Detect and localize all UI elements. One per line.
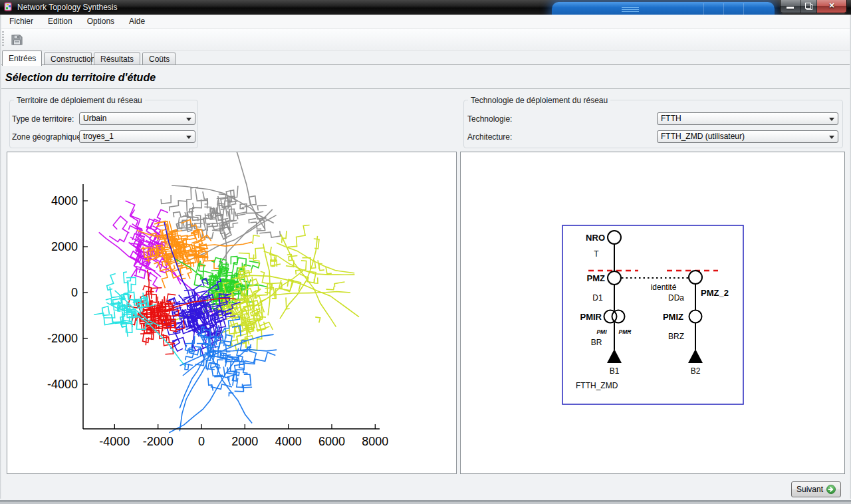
network-cluster-north-gray: [174, 212, 186, 217]
d1-label: D1: [592, 293, 603, 303]
y-tick-label: 2000: [51, 240, 78, 253]
application-icon: [3, 2, 14, 13]
network-cluster-far-west-cyan: [107, 274, 116, 291]
dda-label: DDa: [668, 293, 684, 303]
menu-edition[interactable]: Edition: [41, 15, 80, 27]
architecture-diagram-panel: NRO T PMZ identité PMZ_2 D1 DDa PMIR PMI…: [460, 152, 845, 474]
next-arrow-icon: [826, 485, 836, 494]
network-cluster-north-gray: [161, 195, 171, 203]
x-tick-label: 0: [198, 435, 205, 448]
network-cluster-west-magenta: [156, 209, 168, 230]
network-cluster-south-blue: [227, 360, 243, 386]
brz-label: BRZ: [668, 332, 684, 341]
chevron-down-icon: [186, 136, 191, 139]
pmz-node: [608, 271, 621, 285]
y-tick-label: 0: [71, 286, 78, 299]
restore-icon: [805, 3, 811, 9]
network-cluster-north-gray: [170, 201, 187, 211]
architecture-select[interactable]: FTTH_ZMD (utilisateur): [657, 130, 838, 143]
application-window: { "window": { "title": "Network Topology…: [0, 0, 851, 504]
menu-options[interactable]: Options: [80, 15, 122, 27]
architecture-value: FTTH_ZMD (utilisateur): [661, 132, 745, 141]
territory-type-value: Urbain: [83, 114, 106, 123]
window-controls: ✕: [780, 0, 847, 13]
minimize-icon: [787, 7, 794, 9]
window-title: Network Topology Synthesis: [17, 3, 118, 12]
tab-construction[interactable]: Construction: [44, 53, 92, 64]
chevron-down-icon: [829, 118, 834, 121]
network-cluster-north-gray: [257, 205, 267, 210]
territory-map-panel: -4000-200002000400060008000-4000-2000020…: [7, 152, 457, 474]
network-cluster-north-gray: [207, 225, 210, 231]
tab-couts[interactable]: Coûts: [142, 53, 176, 64]
br-label: BR: [591, 338, 602, 347]
x-tick-label: 8000: [362, 435, 388, 448]
chevron-down-icon: [186, 118, 191, 121]
network-cluster-east-lime-sparse: [239, 248, 265, 259]
network-cluster-west-magenta: [109, 233, 128, 242]
network-cluster-center-indigo: [173, 340, 183, 352]
territory-map-plot: -4000-200002000400060008000-4000-2000020…: [7, 152, 456, 473]
network-cluster-south-blue: [224, 334, 233, 346]
network-cluster-east-lime-sparse: [277, 243, 354, 273]
menu-fichier[interactable]: Fichier: [2, 15, 41, 27]
heading-divider: [1, 88, 850, 89]
pmi-sublabel: PMI: [596, 328, 607, 335]
geo-zone-value: troyes_1: [83, 132, 114, 141]
network-cluster-north-gray: [259, 231, 280, 237]
nro-label: NRO: [586, 233, 605, 243]
y-tick-label: -4000: [47, 378, 78, 391]
pmz2-label: PMZ_2: [701, 288, 729, 298]
diagram-caption: FTTH_ZMD: [576, 381, 618, 390]
t-label: T: [594, 249, 599, 259]
pmiz-node: [689, 311, 702, 323]
network-cluster-far-west-cyan: [110, 287, 119, 297]
nro-node: [608, 231, 621, 244]
geo-zone-label: Zone géographique:: [12, 132, 83, 142]
save-button[interactable]: [8, 31, 25, 48]
network-cluster-east-lime-sparse: [280, 236, 318, 318]
technology-select[interactable]: FTTH: [657, 112, 838, 125]
menu-bar: Fichier Edition Options Aide: [0, 15, 851, 29]
network-cluster-west-magenta: [113, 216, 129, 233]
next-button[interactable]: Suivant: [791, 481, 841, 497]
network-cluster-west-magenta: [126, 201, 143, 231]
toolbar: [0, 29, 851, 51]
menu-aide[interactable]: Aide: [122, 15, 152, 27]
close-icon: ✕: [817, 1, 846, 10]
network-cluster-east-lime-sparse: [263, 244, 271, 316]
page-title: Sélection du territoire d'étude: [5, 72, 156, 84]
network-cluster-east-lime-sparse: [334, 282, 344, 287]
x-tick-label: 4000: [275, 435, 302, 448]
close-button[interactable]: ✕: [817, 0, 846, 13]
grip-dots-icon: [622, 7, 639, 13]
b2-label: B2: [691, 366, 701, 376]
architecture-diagram: NRO T PMZ identité PMZ_2 D1 DDa PMIR PMI…: [461, 152, 844, 473]
tab-entrees[interactable]: Entrées: [2, 51, 42, 66]
title-bar: Network Topology Synthesis ✕: [0, 0, 851, 15]
restore-button[interactable]: [801, 0, 817, 13]
next-button-label: Suivant: [796, 485, 823, 494]
pmir-label: PMIR: [580, 312, 602, 322]
x-tick-label: -4000: [99, 435, 130, 448]
network-cluster-east-lime-sparse: [272, 292, 350, 296]
network-cluster-east-lime-sparse: [288, 225, 310, 247]
window-bottom-edge: [0, 499, 851, 504]
pmr-sublabel: PMR: [619, 328, 632, 335]
identity-label: identité: [651, 283, 677, 292]
save-icon: [10, 33, 24, 47]
pmz2-node: [689, 271, 702, 284]
network-cluster-south-blue: [180, 326, 218, 431]
tab-resultats[interactable]: Résultats: [94, 53, 140, 64]
pmiz-label: PMIZ: [663, 312, 683, 322]
territory-type-select[interactable]: Urbain: [79, 112, 195, 125]
network-cluster-north-gray: [234, 152, 265, 229]
minimize-button[interactable]: [781, 0, 801, 13]
network-cluster-east-lime-sparse: [326, 287, 334, 290]
network-cluster-far-west-cyan: [128, 277, 131, 291]
network-cluster-east-lime-sparse: [253, 235, 260, 244]
chevron-down-icon: [829, 136, 834, 139]
geo-zone-select[interactable]: troyes_1: [79, 130, 195, 143]
x-tick-label: 2000: [231, 435, 258, 448]
b1-label: B1: [610, 366, 620, 376]
